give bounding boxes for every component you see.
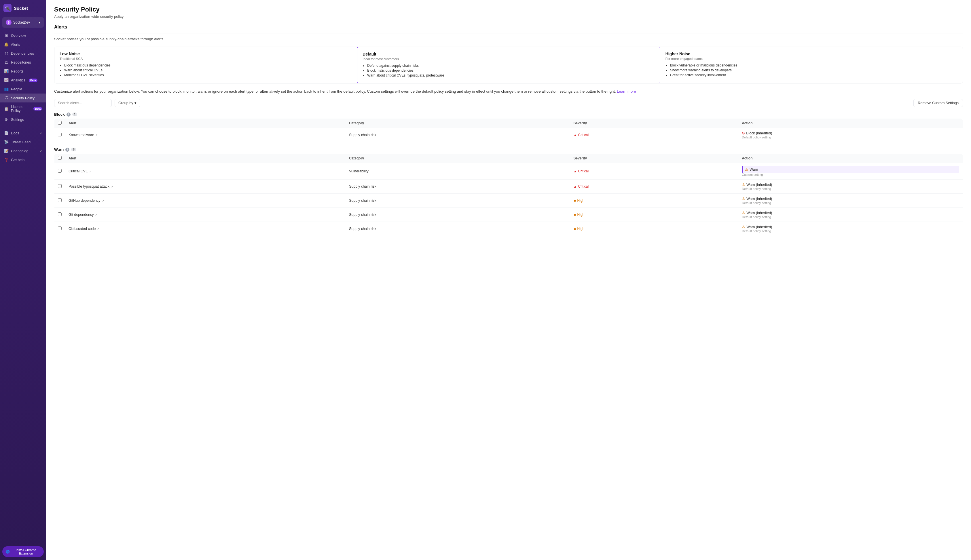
external-link-icon: ↗ — [89, 170, 91, 173]
row-checkbox[interactable] — [58, 169, 62, 173]
alert-name-link[interactable]: Possible typosquat attack ↗ — [69, 185, 342, 188]
table-row: Critical CVE ↗ Vulnerability ▲ Critical … — [54, 163, 963, 180]
severity-cell: ◆ High — [570, 194, 739, 208]
sidebar-item-label: Settings — [11, 118, 24, 122]
block-severity-col: Severity — [570, 118, 739, 128]
alert-name-cell: Git dependency ↗ — [65, 208, 346, 222]
row-checkbox[interactable] — [58, 184, 62, 188]
sidebar-item-repositories[interactable]: 🗂 Repositories — [0, 58, 46, 67]
alert-name-link[interactable]: Critical CVE ↗ — [69, 169, 342, 173]
sidebar-item-analytics[interactable]: 📈 Analytics Beta — [0, 76, 46, 85]
search-input[interactable] — [54, 99, 112, 107]
block-category-col: Category — [346, 118, 570, 128]
table-row: GitHub dependency ↗ Supply chain risk ◆ … — [54, 194, 963, 208]
block-icon: ⊘ — [742, 131, 745, 135]
policy-card-default[interactable]: Default Ideal for most customers Defend … — [357, 47, 660, 83]
policy-card-title: Default — [363, 52, 655, 57]
warn-count-badge: 8 — [71, 148, 76, 152]
warn-icon: ⚠ — [742, 182, 745, 187]
sidebar-item-changelog[interactable]: 📝 Changelog ↗ — [0, 147, 46, 155]
policy-card-subtitle: Ideal for most customers — [363, 57, 655, 61]
row-checkbox[interactable] — [58, 198, 62, 202]
action-cell: ⚠ Warn (inherited) Default policy settin… — [738, 208, 963, 222]
block-select-all-checkbox[interactable] — [58, 121, 62, 125]
alert-name-link[interactable]: GitHub dependency ↗ — [69, 198, 342, 203]
action-cell: ⚠ Warn (inherited) Default policy settin… — [738, 222, 963, 236]
repositories-icon: 🗂 — [4, 60, 8, 65]
warn-select-all-checkbox[interactable] — [58, 156, 62, 160]
sidebar-item-docs[interactable]: 📄 Docs ↗ — [0, 128, 46, 138]
policy-card-higher-noise[interactable]: Higher Noise For more engaged teams Bloc… — [660, 47, 963, 83]
alert-name-link[interactable]: Obfuscated code ↗ — [69, 227, 342, 231]
sidebar-item-dependencies[interactable]: ⬡ Dependencies — [0, 49, 46, 58]
row-checkbox[interactable] — [58, 212, 62, 216]
critical-icon: ▲ — [573, 133, 577, 137]
group-by-button[interactable]: Group by ▾ — [115, 99, 140, 107]
security-policy-icon: 🛡 — [4, 96, 8, 100]
warn-info-icon[interactable]: i — [65, 148, 69, 152]
reports-icon: 📊 — [4, 69, 8, 73]
severity-badge: ▲ Critical — [573, 169, 589, 173]
sidebar-item-overview[interactable]: ⊞ Overview — [0, 31, 46, 40]
group-by-label: Group by — [119, 101, 133, 105]
table-row: Known malware ↗ Supply chain risk ▲ Crit… — [54, 128, 963, 142]
severity-cell: ▲ Critical — [570, 163, 739, 180]
org-switcher[interactable]: S SocketDev ▾ — [2, 17, 44, 28]
category-cell: Supply chain risk — [346, 128, 570, 142]
sidebar-item-label: Threat Feed — [11, 140, 30, 144]
sidebar-item-reports[interactable]: 📊 Reports — [0, 67, 46, 76]
sidebar-item-license-policy[interactable]: 📋 License Policy Beta — [0, 102, 46, 115]
row-checkbox[interactable] — [58, 227, 62, 230]
sidebar-item-label: License Policy — [11, 105, 30, 113]
policy-card-title: Higher Noise — [665, 52, 958, 56]
alert-name-cell: GitHub dependency ↗ — [65, 194, 346, 208]
sidebar-item-alerts[interactable]: 🔔 Alerts — [0, 40, 46, 49]
install-chrome-extension-button[interactable]: 🌐 Install Chrome Extension — [2, 546, 44, 557]
warn-icon: ⚠ — [742, 225, 745, 229]
sidebar-item-label: Repositories — [11, 60, 31, 65]
chrome-icon: 🌐 — [6, 550, 10, 554]
external-link-icon: ↗ — [95, 213, 97, 217]
warn-icon: ⚠ — [742, 197, 745, 201]
block-info-icon[interactable]: i — [67, 113, 70, 117]
policy-card-low-noise[interactable]: Low Noise Traditional SCA Block maliciou… — [54, 47, 357, 83]
overview-icon: ⊞ — [4, 33, 8, 38]
alert-name-link[interactable]: Known malware ↗ — [69, 133, 342, 137]
policy-card-list: Block malicious dependencies Warn about … — [60, 63, 352, 77]
severity-badge: ▲ Critical — [573, 133, 589, 137]
category-cell: Supply chain risk — [346, 222, 570, 236]
warn-table-header-row: Alert Category Severity Action — [54, 154, 963, 163]
alert-name-link[interactable]: Git dependency ↗ — [69, 213, 342, 217]
severity-badge: ◆ High — [573, 198, 585, 203]
category-cell: Supply chain risk — [346, 194, 570, 208]
remove-custom-settings-button[interactable]: Remove Custom Settings — [913, 99, 963, 107]
sidebar-item-security-policy[interactable]: 🛡 Security Policy — [0, 93, 46, 102]
warn-select-all-col — [54, 154, 65, 163]
sidebar-item-get-help[interactable]: ❓ Get help — [0, 155, 46, 164]
alert-name-cell: Possible typosquat attack ↗ — [65, 180, 346, 194]
severity-cell: ◆ High — [570, 222, 739, 236]
row-checkbox[interactable] — [58, 133, 62, 137]
chevron-down-icon: ▾ — [38, 20, 40, 25]
sidebar-item-label: Analytics — [11, 78, 25, 82]
category-cell: Supply chain risk — [346, 208, 570, 222]
block-section-header: Block i 1 — [54, 112, 963, 117]
sidebar-item-people[interactable]: 👥 People — [0, 85, 46, 93]
learn-more-link[interactable]: Learn more — [617, 89, 636, 93]
sidebar-nav: ⊞ Overview 🔔 Alerts ⬡ Dependencies 🗂 Rep… — [0, 29, 46, 543]
block-alert-col: Alert — [65, 118, 346, 128]
row-checkbox-cell — [54, 222, 65, 236]
high-icon: ◆ — [573, 198, 576, 203]
high-icon: ◆ — [573, 213, 576, 217]
section-divider — [54, 33, 963, 33]
external-link-icon: ↗ — [97, 227, 99, 230]
main-content: Security Policy Apply an organization-wi… — [46, 0, 971, 560]
page-title: Security Policy — [54, 6, 963, 13]
action-cell: ⚠ Warn (inherited) Default policy settin… — [738, 180, 963, 194]
alert-name-cell: Obfuscated code ↗ — [65, 222, 346, 236]
policy-card-list: Defend against supply chain risks Block … — [363, 63, 655, 77]
sidebar-item-settings[interactable]: ⚙ Settings — [0, 115, 46, 124]
sidebar-item-threat-feed[interactable]: 📡 Threat Feed — [0, 138, 46, 147]
analytics-icon: 📈 — [4, 78, 8, 82]
category-cell: Supply chain risk — [346, 180, 570, 194]
